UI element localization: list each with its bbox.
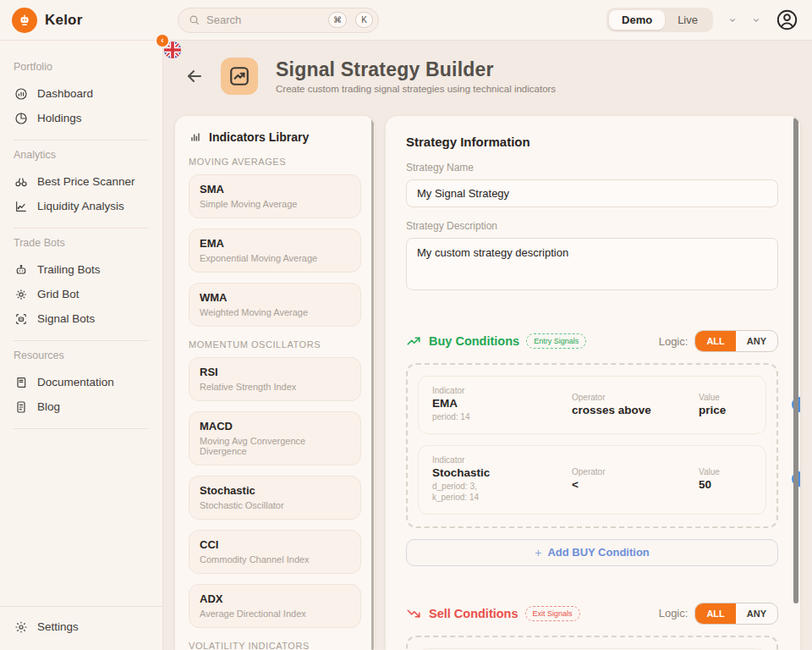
holdings-icon (14, 112, 28, 125)
indicator-card[interactable]: EMA Exponential Moving Average (189, 229, 361, 273)
sidebar-section: Portfolio Dashboard Holdings (0, 61, 162, 140)
kelor-logo-icon (12, 8, 37, 33)
condition-value: 50 (699, 478, 792, 491)
sidebar-section-items: Documentation Blog (0, 370, 162, 419)
strategy-name-input[interactable] (406, 179, 778, 207)
operator-label: Operator (572, 393, 699, 402)
strategy-info-title: Strategy Information (406, 135, 778, 149)
sidebar-section-label: Trade Bots (14, 237, 149, 249)
indicator-card[interactable]: SMA Simple Moving Average (189, 174, 361, 218)
indicator-description: Stochastic Oscillator (200, 500, 350, 510)
indicator-name: Stochastic (200, 484, 350, 497)
search-input[interactable]: Search ⌘ K (178, 8, 379, 33)
indicator-group: MOVING AVERAGES SMA Simple Moving Averag… (189, 157, 361, 327)
brand-name: Kelor (45, 12, 82, 29)
bar-chart-icon (189, 130, 202, 144)
indicator-description: Commodity Channel Index (200, 554, 350, 565)
condition-card: Indicator EMA period: 14 Operator crosse… (418, 376, 766, 434)
indicator-name: SMA (200, 183, 350, 196)
strategy-name-label: Strategy Name (406, 162, 778, 174)
page-icon-badge (221, 58, 258, 95)
condition-value-col: Value 50 (699, 467, 792, 491)
profile-avatar-button[interactable] (776, 8, 798, 31)
condition-value-col: Value price (699, 393, 792, 416)
sidebar-item-documentation[interactable]: Documentation (0, 370, 162, 394)
buy-logic-any-button[interactable]: ANY (736, 331, 777, 351)
demo-mode-button[interactable]: Demo (609, 10, 665, 30)
sidebar-item-dashboard[interactable]: Dashboard (0, 81, 162, 106)
live-mode-button[interactable]: Live (665, 10, 710, 30)
logic-label: Logic: (659, 335, 689, 348)
brand[interactable]: Kelor (0, 8, 163, 33)
mode-toggle: Demo Live (606, 8, 713, 32)
indicator-group-label: VOLATILITY INDICATORS (189, 641, 361, 650)
condition-indicator-col: Indicator Stochastic d_period: 3,k_perio… (432, 455, 572, 504)
buy-logic-control: Logic: ALL ANY (659, 330, 778, 352)
language-selector[interactable] (752, 16, 760, 25)
sell-logic-all-button[interactable]: ALL (695, 603, 735, 624)
sidebar-item-label: Settings (37, 620, 79, 633)
sell-logic-any-button[interactable]: ANY (736, 603, 777, 624)
indicator-card[interactable]: RSI Relative Strength Index (189, 357, 361, 401)
buy-conditions-dropzone[interactable]: Indicator EMA period: 14 Operator crosse… (406, 363, 778, 528)
sidebar-section-items: Trailing Bots Grid Bot Signal Bots (0, 257, 162, 331)
search-icon (189, 14, 200, 25)
condition-value: price (699, 404, 792, 416)
indicator-card[interactable]: CCI Commodity Channel Index (189, 530, 361, 574)
content: Indicators Library MOVING AVERAGES SMA S… (175, 116, 800, 650)
sidebar-section: Resources Documentation Blog (0, 350, 162, 429)
sidebar-collapse-button[interactable]: ‹ (155, 33, 170, 48)
sidebar-item-signal-bots[interactable]: Signal Bots (0, 306, 162, 331)
sidebar-section-items: Best Price Scanner Liquidity Analysis (0, 169, 162, 218)
indicators-library-title: Indicators Library (209, 130, 309, 144)
strategy-scrollbar[interactable] (793, 118, 798, 603)
indicator-name: ADX (200, 592, 350, 605)
buy-logic-all-button[interactable]: ALL (695, 331, 735, 351)
indicator-description: Exponential Moving Average (200, 253, 350, 263)
entry-signals-badge: Entry Signals (526, 333, 586, 349)
chevron-down-icon (752, 16, 760, 25)
indicator-card[interactable]: WMA Weighted Moving Average (189, 283, 361, 327)
sidebar-item-grid-bot[interactable]: Grid Bot (0, 282, 162, 306)
indicator-group: VOLATILITY INDICATORS Bollinger Bands Vo… (189, 641, 361, 650)
trending-down-icon (406, 606, 421, 621)
indicators-scrollbar[interactable] (371, 118, 374, 650)
display-settings-button[interactable] (728, 16, 737, 25)
indicator-name: WMA (200, 291, 350, 304)
indicator-label: Indicator (432, 386, 572, 395)
indicator-card[interactable]: Stochastic Stochastic Oscillator (189, 476, 361, 520)
sidebar-item-trailing-bots[interactable]: Trailing Bots (0, 257, 162, 282)
sidebar-item-best-price-scanner[interactable]: Best Price Scanner (0, 169, 162, 194)
blog-icon (14, 400, 28, 414)
kbd-cmd: ⌘ (328, 12, 347, 28)
buy-conditions-title: Buy Conditions (429, 334, 519, 348)
sell-conditions-dropzone[interactable]: Indicator CCI Operator > Value 50 Signal (406, 636, 778, 650)
sidebar-item-holdings[interactable]: Holdings (0, 106, 162, 130)
signal-bot-icon (14, 312, 28, 326)
divider (14, 428, 149, 429)
sidebar-item-label: Dashboard (37, 87, 93, 100)
sidebar-item-settings[interactable]: Settings (0, 614, 162, 639)
strategy-panel: Strategy Information Strategy Name Strat… (386, 116, 800, 650)
sidebar-item-liquidity-analysis[interactable]: Liquidity Analysis (0, 194, 162, 218)
indicator-group: MOMENTUM OSCILLATORS RSI Relative Streng… (189, 339, 361, 628)
condition-operator-col: Operator crosses above (572, 393, 699, 416)
sidebar-item-blog[interactable]: Blog (0, 394, 162, 419)
indicator-group-items: RSI Relative Strength Index MACD Moving … (189, 357, 361, 628)
sidebar-item-label: Blog (37, 400, 60, 413)
sidebar-section: Trade Bots Trailing Bots Grid Bot Signal… (0, 237, 162, 341)
indicator-description: Moving Avg Convergence Divergence (200, 436, 350, 456)
sidebar-item-label: Grid Bot (37, 288, 80, 300)
strategy-description-textarea[interactable]: My custom strategy description (406, 238, 778, 290)
dashboard-icon (14, 87, 28, 101)
docs-icon (14, 376, 28, 389)
back-button[interactable] (184, 66, 205, 86)
gear-icon (14, 620, 28, 634)
condition-indicator-col: Indicator EMA period: 14 (432, 386, 572, 423)
sidebar-item-label: Best Price Scanner (37, 175, 135, 188)
indicator-card[interactable]: MACD Moving Avg Convergence Divergence (189, 411, 361, 465)
indicator-card[interactable]: ADX Average Directional Index (189, 584, 361, 628)
add-buy-condition-button[interactable]: + Add BUY Condition (406, 539, 778, 566)
divider (14, 340, 149, 341)
indicator-name: MACD (200, 420, 350, 432)
